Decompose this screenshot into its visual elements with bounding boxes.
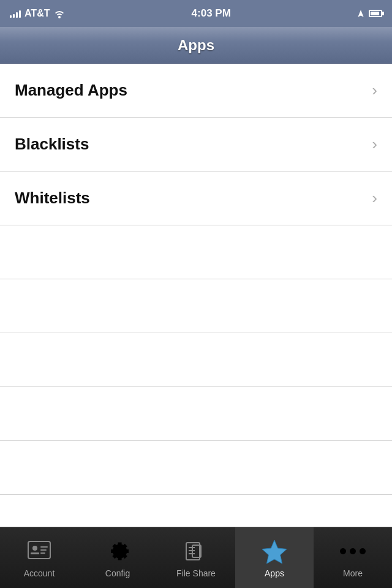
blacklists-label: Blacklists bbox=[15, 135, 89, 154]
location-icon bbox=[356, 9, 365, 18]
nav-bar: Apps bbox=[0, 27, 392, 64]
signal-bar-2 bbox=[13, 14, 15, 18]
svg-rect-3 bbox=[40, 546, 48, 548]
carrier-label: AT&T bbox=[24, 8, 50, 19]
empty-row-3 bbox=[0, 333, 392, 387]
empty-row-2 bbox=[0, 279, 392, 333]
empty-row-5 bbox=[0, 441, 392, 495]
list-area: Managed Apps › Blacklists › Whitelists › bbox=[0, 64, 392, 495]
signal-bars-icon bbox=[10, 9, 21, 18]
tab-more[interactable]: More bbox=[314, 527, 392, 588]
blacklists-row[interactable]: Blacklists › bbox=[0, 118, 392, 172]
managed-apps-row[interactable]: Managed Apps › bbox=[0, 64, 392, 118]
file-share-icon bbox=[183, 538, 209, 565]
svg-point-12 bbox=[340, 548, 346, 554]
tab-config-label: Config bbox=[105, 568, 130, 578]
whitelists-row[interactable]: Whitelists › bbox=[0, 172, 392, 225]
signal-bar-1 bbox=[10, 15, 12, 18]
tab-apps-label: Apps bbox=[265, 568, 284, 578]
time-label: 4:03 PM bbox=[192, 7, 231, 20]
svg-rect-4 bbox=[40, 549, 47, 551]
apps-icon bbox=[261, 538, 288, 565]
whitelists-chevron-icon: › bbox=[372, 189, 377, 208]
managed-apps-label: Managed Apps bbox=[15, 81, 127, 100]
status-bar: AT&T 4:03 PM bbox=[0, 0, 392, 27]
tab-bar: Account Config File Share bbox=[0, 527, 392, 588]
battery-icon bbox=[369, 10, 382, 17]
more-icon bbox=[339, 538, 366, 565]
blacklists-chevron-icon: › bbox=[372, 135, 377, 154]
svg-point-13 bbox=[350, 548, 356, 554]
tab-file-share-label: File Share bbox=[176, 568, 216, 578]
account-icon bbox=[26, 538, 53, 565]
empty-row-4 bbox=[0, 387, 392, 441]
svg-rect-2 bbox=[31, 552, 39, 554]
svg-marker-11 bbox=[262, 540, 287, 564]
managed-apps-chevron-icon: › bbox=[372, 81, 377, 100]
wifi-icon bbox=[53, 9, 66, 18]
nav-title: Apps bbox=[178, 37, 214, 54]
svg-point-14 bbox=[360, 548, 366, 554]
config-icon bbox=[104, 538, 131, 565]
svg-rect-0 bbox=[28, 541, 50, 559]
battery-fill bbox=[371, 12, 379, 15]
signal-bar-3 bbox=[16, 12, 18, 18]
status-right bbox=[356, 9, 382, 18]
content-area: Managed Apps › Blacklists › Whitelists › bbox=[0, 64, 392, 527]
tab-apps[interactable]: Apps bbox=[235, 527, 314, 588]
whitelists-label: Whitelists bbox=[15, 189, 90, 208]
status-left: AT&T bbox=[10, 8, 66, 19]
empty-row-1 bbox=[0, 225, 392, 279]
tab-account[interactable]: Account bbox=[0, 527, 78, 588]
tab-file-share[interactable]: File Share bbox=[157, 527, 235, 588]
svg-rect-5 bbox=[40, 552, 45, 554]
tab-config[interactable]: Config bbox=[78, 527, 157, 588]
signal-bar-4 bbox=[19, 10, 21, 18]
svg-point-1 bbox=[32, 546, 37, 551]
tab-account-label: Account bbox=[24, 568, 55, 578]
tab-more-label: More bbox=[343, 568, 363, 578]
